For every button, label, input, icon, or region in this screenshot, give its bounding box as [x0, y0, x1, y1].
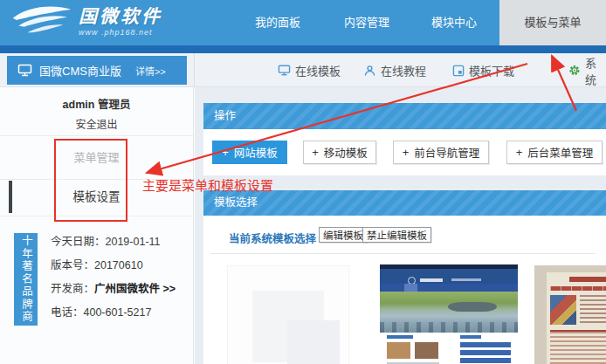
toolbar-link-label: 在线模板 — [295, 62, 341, 79]
thumb-decor — [460, 335, 481, 339]
toolbar-link-label: 模板下载 — [469, 62, 514, 79]
disable-edit-template-button[interactable]: 禁止编辑模板 — [362, 227, 431, 243]
monitor-icon — [278, 65, 291, 76]
toolbar-link-label: 系统 — [585, 54, 606, 87]
plus-icon: + — [312, 146, 319, 159]
info-value: 2019-01-11 — [106, 236, 161, 248]
info-value: 400-601-5217 — [84, 306, 152, 319]
product-badge[interactable]: 国微CMS商业版 详情>> — [7, 56, 187, 85]
current-template-label: 当前系统模板选择 — [229, 230, 316, 246]
sidebar-divider — [0, 216, 193, 216]
backend-menu-management-button[interactable]: +后台菜单管理 — [506, 141, 603, 164]
thumb-decor — [451, 278, 481, 281]
user-line: admin 管理员 — [0, 95, 193, 112]
tutorial-icon — [363, 65, 376, 77]
thumb-decor — [387, 342, 410, 359]
header-divider-strip — [0, 45, 606, 53]
sidebar: admin 管理员 安全退出 菜单管理 模板设置 十年著名品牌商 今天日期：20… — [0, 87, 194, 364]
toolbar-link-label: 在线教程 — [381, 62, 426, 79]
thumb-hero-photo — [380, 292, 518, 333]
active-item-indicator — [9, 181, 12, 213]
template-select-panel-body: 当前系统模板选择 编辑模板 禁止编辑模板 — [203, 216, 606, 364]
thumb-decor — [550, 295, 576, 325]
thumb-decor — [387, 335, 413, 339]
sidebar-item-template-settings[interactable]: 模板设置 — [0, 179, 193, 216]
nav-my-panel[interactable]: 我的面板 — [244, 0, 311, 45]
logo[interactable]: 国微软件 www .php168.net — [10, 3, 162, 38]
nav-content-management[interactable]: 内容管理 — [334, 0, 400, 45]
sidebar-item-menu-management[interactable]: 菜单管理 — [0, 136, 193, 179]
edit-template-button[interactable]: 编辑模板 — [319, 227, 368, 243]
info-label: 开发商： — [51, 283, 94, 295]
thumb-page — [547, 272, 606, 364]
thumb-decor — [415, 342, 438, 359]
toolbar-link-system[interactable]: 系统 — [568, 53, 606, 87]
frontend-nav-management-button[interactable]: +前台导航管理 — [393, 141, 489, 164]
template-thumbnail-newspaper[interactable] — [534, 265, 606, 364]
thumb-decor — [580, 295, 606, 325]
thumb-decor — [448, 302, 497, 312]
user-name: admin — [63, 99, 95, 111]
thumb-decor — [460, 342, 511, 347]
nav-module-center[interactable]: 模块中心 — [421, 0, 487, 45]
thumb-header — [380, 269, 518, 284]
template-thumbnail-blank[interactable] — [227, 265, 349, 364]
info-phone: 电话：400-601-5217 — [51, 306, 176, 319]
button-label: 前台导航管理 — [414, 144, 479, 161]
info-label: 版本号： — [51, 259, 94, 271]
nav-templates-menus-active[interactable]: 模板与菜单 — [499, 0, 606, 45]
info-label: 今天日期： — [51, 236, 106, 248]
logo-subtitle: www .php168.net — [79, 28, 162, 37]
panel-divider — [210, 253, 596, 254]
button-label: 后台菜单管理 — [527, 144, 593, 161]
thumb-decor — [420, 278, 443, 282]
info-date: 今天日期：2019-01-11 — [51, 235, 176, 249]
product-badge-label: 国微CMS商业版 — [39, 62, 121, 79]
operations-panel-body: +网站模板 +移动模板 +前台导航管理 +后台菜单管理 — [203, 129, 606, 175]
mobile-template-button[interactable]: +移动模板 — [303, 141, 376, 164]
thumb-decor — [380, 322, 518, 333]
plus-icon: + — [222, 146, 229, 159]
thumb-decor — [550, 330, 606, 364]
thumb-decor — [569, 277, 606, 282]
brand-banner: 十年著名品牌商 — [14, 233, 38, 326]
download-icon — [452, 65, 465, 77]
logo-text: 国微软件 www .php168.net — [79, 6, 162, 37]
thumb-decor — [550, 286, 606, 291]
button-label: 移动模板 — [324, 144, 368, 161]
template-thumbnail-university[interactable] — [380, 264, 518, 364]
thumb-decor — [404, 284, 417, 292]
thumb-decor — [287, 320, 340, 364]
product-details-link[interactable]: 详情>> — [135, 64, 166, 78]
developer-link[interactable]: 广州国微软件 >> — [94, 283, 176, 295]
info-value: 20170610 — [94, 259, 143, 271]
button-label: 网站模板 — [234, 144, 278, 161]
user-block: admin 管理员 安全退出 — [0, 95, 193, 131]
toolbar-vertical-divider — [194, 53, 195, 87]
plus-icon: + — [403, 146, 410, 159]
top-header: 国微软件 www .php168.net 我的面板 内容管理 模块中心 模板与菜… — [0, 0, 606, 45]
toolbar-link-online-tutorials[interactable]: 在线教程 — [363, 53, 426, 87]
system-info-block: 今天日期：2019-01-11 版本号：20170610 开发商：广州国微软件 … — [51, 235, 176, 329]
thumb-navbar — [380, 284, 518, 292]
logo-swoosh-icon — [10, 3, 73, 38]
monitor-icon — [17, 64, 32, 77]
thumb-decor — [460, 358, 511, 363]
toolbar-link-template-download[interactable]: 模板下载 — [452, 53, 514, 87]
info-label: 电话： — [51, 306, 84, 319]
toolbar-link-online-templates[interactable]: 在线模板 — [278, 53, 341, 87]
logout-link[interactable]: 安全退出 — [0, 116, 193, 131]
plus-icon: + — [516, 146, 523, 159]
gear-icon — [568, 64, 581, 77]
thumb-content — [380, 333, 518, 364]
logo-title: 国微软件 — [79, 6, 162, 27]
info-version: 版本号：20170610 — [51, 258, 176, 272]
template-select-panel-header: 模板选择 — [203, 190, 606, 216]
thumb-decor — [460, 350, 511, 355]
info-developer: 开发商：广州国微软件 >> — [51, 282, 176, 296]
cms-admin-window: 国微软件 www .php168.net 我的面板 内容管理 模块中心 模板与菜… — [0, 0, 606, 364]
user-role: 管理员 — [98, 99, 131, 111]
operations-panel-header: 操作 — [203, 103, 606, 129]
main-content: 操作 +网站模板 +移动模板 +前台导航管理 +后台菜单管理 模板选择 当前系统… — [195, 87, 606, 364]
website-template-button[interactable]: +网站模板 — [212, 141, 287, 164]
